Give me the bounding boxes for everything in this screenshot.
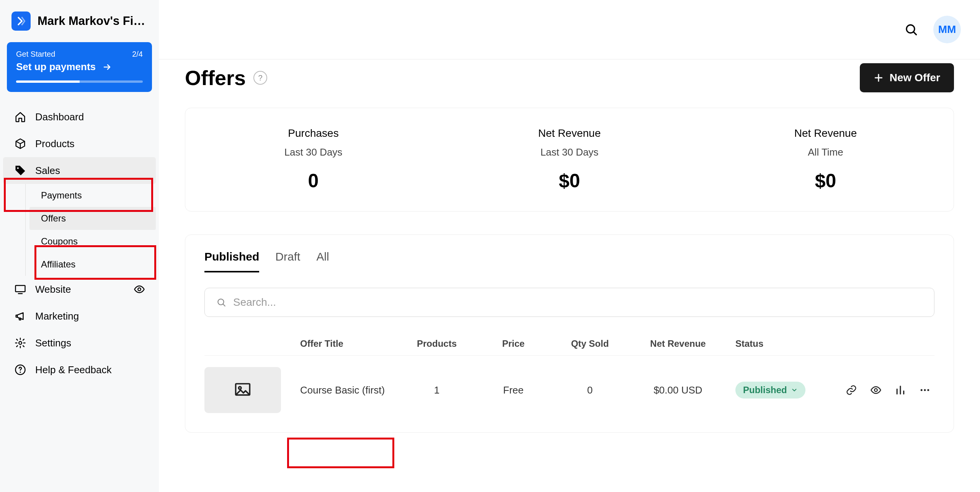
- get-started-label: Get Started: [16, 50, 55, 59]
- sidebar-item-label: Website: [35, 284, 71, 295]
- sidebar-item-dashboard[interactable]: Dashboard: [3, 103, 156, 130]
- stats-card: Purchases Last 30 Days 0 Net Revenue Las…: [185, 108, 954, 212]
- stat-value: 0: [185, 170, 441, 192]
- tab-draft[interactable]: Draft: [275, 250, 300, 272]
- stat-label: Net Revenue: [697, 127, 954, 139]
- page-header: Offers ? New Offer: [159, 59, 980, 108]
- preview-eye-icon[interactable]: [134, 284, 145, 295]
- svg-point-9: [238, 387, 241, 389]
- sidebar-item-website[interactable]: Website: [3, 276, 156, 303]
- cell-status: Published: [728, 382, 827, 399]
- offer-tabs: Published Draft All: [204, 250, 934, 272]
- col-revenue[interactable]: Net Revenue: [628, 338, 728, 349]
- monitor-icon: [14, 283, 27, 296]
- svg-point-0: [17, 167, 19, 169]
- tab-label: Published: [204, 250, 259, 263]
- status-pill[interactable]: Published: [735, 382, 805, 399]
- stat-sub: All Time: [697, 146, 954, 158]
- offers-panel: Published Draft All Offer Title Products…: [185, 235, 954, 433]
- topbar: MM: [159, 0, 980, 59]
- sidebar-item-settings[interactable]: Settings: [3, 330, 156, 356]
- svg-rect-1: [16, 285, 25, 292]
- sidebar-sub-affiliates[interactable]: Affiliates: [29, 253, 156, 276]
- get-started-card[interactable]: Get Started 2/4 Set up payments: [7, 42, 152, 92]
- gear-icon: [14, 336, 27, 349]
- more-menu-icon[interactable]: [919, 384, 931, 396]
- sidebar-sub-offers[interactable]: Offers: [29, 207, 156, 230]
- sidebar-item-help[interactable]: Help & Feedback: [3, 356, 156, 383]
- avatar-initials: MM: [938, 23, 956, 36]
- cell-revenue: $0.00 USD: [628, 384, 728, 396]
- offers-table: Offer Title Products Price Qty Sold Net …: [204, 332, 934, 432]
- cell-price: Free: [475, 384, 552, 396]
- col-price[interactable]: Price: [475, 338, 552, 349]
- get-started-progressfill: [16, 80, 80, 83]
- page-help-icon[interactable]: ?: [253, 71, 267, 85]
- svg-point-13: [927, 389, 929, 391]
- tag-icon: [14, 164, 27, 177]
- svg-point-5: [20, 372, 21, 373]
- workspace-switcher[interactable]: Mark Markov's Fi…: [0, 0, 159, 42]
- svg-point-12: [924, 389, 926, 391]
- tab-published[interactable]: Published: [204, 250, 259, 272]
- sidebar-item-marketing[interactable]: Marketing: [3, 303, 156, 330]
- stats-bars-icon[interactable]: [895, 384, 906, 396]
- sidebar-sub-label: Coupons: [41, 236, 78, 246]
- workspace-name: Mark Markov's Fi…: [38, 14, 145, 28]
- stat-purchases: Purchases Last 30 Days 0: [185, 127, 441, 192]
- stat-netrev-all: Net Revenue All Time $0: [697, 127, 954, 192]
- cell-title: Course Basic (first): [300, 384, 399, 396]
- main-content: MM Offers ? New Offer Purchases Last 30 …: [159, 0, 980, 492]
- app-logo-icon: [11, 11, 31, 31]
- avatar[interactable]: MM: [933, 16, 961, 43]
- svg-point-2: [138, 288, 141, 291]
- home-icon: [14, 110, 27, 123]
- col-title[interactable]: Offer Title: [300, 338, 399, 349]
- image-placeholder-icon: [232, 382, 253, 399]
- search-input[interactable]: [233, 296, 923, 308]
- tab-all[interactable]: All: [316, 250, 329, 272]
- new-offer-button[interactable]: New Offer: [860, 63, 954, 92]
- plus-icon: [874, 73, 884, 83]
- get-started-action: Set up payments: [16, 61, 96, 73]
- sidebar-sub-coupons[interactable]: Coupons: [29, 230, 156, 253]
- stat-label: Purchases: [185, 127, 441, 139]
- stat-sub: Last 30 Days: [185, 146, 441, 158]
- col-products[interactable]: Products: [399, 338, 475, 349]
- sidebar-item-label: Help & Feedback: [35, 364, 111, 376]
- cell-products: 1: [399, 384, 475, 396]
- search-bar[interactable]: [204, 288, 934, 317]
- search-icon[interactable]: [904, 23, 918, 36]
- stat-value: $0: [441, 170, 697, 192]
- search-icon: [216, 297, 226, 307]
- table-row[interactable]: Course Basic (first) 1 Free 0 $0.00 USD …: [204, 356, 934, 432]
- preview-eye-icon[interactable]: [870, 384, 882, 396]
- sidebar-item-label: Sales: [35, 165, 60, 177]
- chevron-down-icon: [791, 387, 798, 394]
- box-icon: [14, 137, 27, 150]
- get-started-progressbar: [16, 80, 143, 83]
- sales-subnav: Payments Offers Coupons Affiliates: [25, 184, 156, 276]
- new-offer-label: New Offer: [890, 72, 940, 84]
- row-actions: [827, 384, 934, 396]
- sidebar-sub-label: Payments: [41, 190, 82, 200]
- help-icon: [14, 363, 27, 376]
- sidebar-item-products[interactable]: Products: [3, 130, 156, 157]
- sidebar-sub-label: Affiliates: [41, 259, 75, 269]
- col-status[interactable]: Status: [728, 338, 827, 349]
- sidebar-sub-label: Offers: [41, 213, 66, 223]
- link-icon[interactable]: [846, 384, 857, 396]
- svg-point-11: [921, 389, 923, 391]
- arrow-right-icon: [101, 62, 113, 72]
- get-started-progress-text: 2/4: [132, 50, 143, 59]
- svg-point-10: [874, 389, 877, 392]
- status-label: Published: [743, 385, 787, 395]
- sidebar-item-sales[interactable]: Sales: [3, 157, 156, 184]
- sidebar-item-label: Dashboard: [35, 111, 84, 123]
- sidebar-item-label: Settings: [35, 337, 71, 349]
- cell-qty: 0: [552, 384, 628, 396]
- col-qty[interactable]: Qty Sold: [552, 338, 628, 349]
- stat-label: Net Revenue: [441, 127, 697, 139]
- sidebar-sub-payments[interactable]: Payments: [29, 184, 156, 207]
- page-title: Offers: [185, 66, 246, 90]
